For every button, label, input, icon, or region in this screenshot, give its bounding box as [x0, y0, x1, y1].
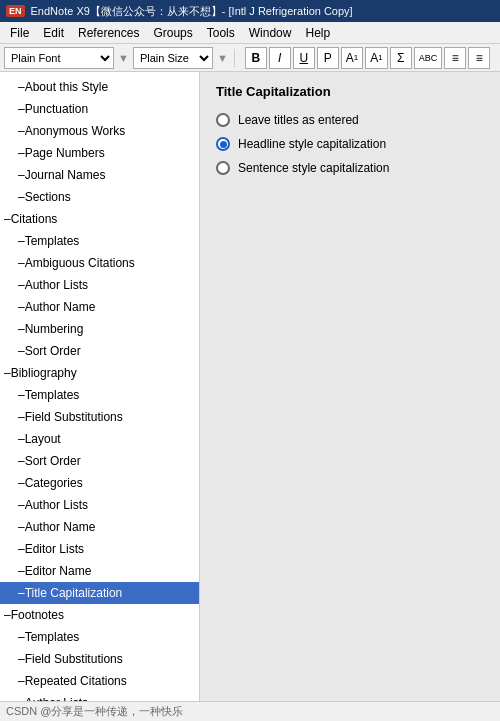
menu-bar: FileEditReferencesGroupsToolsWindowHelp — [0, 22, 500, 44]
menu-item-help[interactable]: Help — [299, 24, 336, 42]
subscript-button[interactable]: A1 — [365, 47, 387, 69]
tree-item-bibliography[interactable]: –Bibliography — [0, 362, 199, 384]
tree-item-punctuation[interactable]: –Punctuation — [0, 98, 199, 120]
format-buttons: B I U P A1 A1 Σ ABC ≡ ≡ — [245, 47, 490, 69]
tree-item-editor-lists[interactable]: –Editor Lists — [0, 538, 199, 560]
tree-item-about[interactable]: –About this Style — [0, 76, 199, 98]
tree-item-anonymous[interactable]: –Anonymous Works — [0, 120, 199, 142]
tree-item-journal-names[interactable]: –Journal Names — [0, 164, 199, 186]
tree-item-page-numbers[interactable]: –Page Numbers — [0, 142, 199, 164]
menu-item-window[interactable]: Window — [243, 24, 298, 42]
font-select[interactable]: Plain Font — [4, 47, 114, 69]
bold-button[interactable]: B — [245, 47, 267, 69]
tree-item-cit-author-lists[interactable]: –Author Lists — [0, 274, 199, 296]
radio-label-sentence: Sentence style capitalization — [238, 161, 389, 175]
menu-item-groups[interactable]: Groups — [147, 24, 198, 42]
radio-circle-sentence — [216, 161, 230, 175]
tree-item-field-subs[interactable]: –Field Substitutions — [0, 406, 199, 428]
window-title: EndNote X9【微信公众号：从来不想】- [Intl J Refriger… — [31, 4, 353, 19]
tree-item-fn-author-lists[interactable]: –Author Lists — [0, 692, 199, 701]
menu-item-references[interactable]: References — [72, 24, 145, 42]
italic-button[interactable]: I — [269, 47, 291, 69]
style-tree: –About this Style–Punctuation–Anonymous … — [0, 72, 200, 701]
tree-item-sections[interactable]: –Sections — [0, 186, 199, 208]
align-left-button[interactable]: ≡ — [444, 47, 466, 69]
tree-item-fn-templates[interactable]: –Templates — [0, 626, 199, 648]
main-content: –About this Style–Punctuation–Anonymous … — [0, 72, 500, 701]
toolbar: Plain Font ▼ Plain Size ▼ B I U P A1 A1 … — [0, 44, 500, 72]
small-caps-button[interactable]: ABC — [414, 47, 443, 69]
toolbar-separator — [234, 49, 235, 67]
tree-item-layout[interactable]: –Layout — [0, 428, 199, 450]
menu-item-edit[interactable]: Edit — [37, 24, 70, 42]
status-text: CSDN @分享是一种传递，一种快乐 — [6, 704, 183, 719]
radio-option-headline[interactable]: Headline style capitalization — [216, 137, 484, 151]
superscript-button[interactable]: A1 — [341, 47, 363, 69]
radio-circle-leave — [216, 113, 230, 127]
tree-item-editor-name[interactable]: –Editor Name — [0, 560, 199, 582]
tree-item-bib-author-lists[interactable]: –Author Lists — [0, 494, 199, 516]
tree-item-cit-sort-order[interactable]: –Sort Order — [0, 340, 199, 362]
size-select[interactable]: Plain Size — [133, 47, 213, 69]
tree-item-cit-templates[interactable]: –Templates — [0, 230, 199, 252]
panel-title: Title Capitalization — [216, 84, 484, 99]
tree-item-cit-author-name[interactable]: –Author Name — [0, 296, 199, 318]
settings-panel: Title Capitalization Leave titles as ent… — [200, 72, 500, 701]
radio-circle-headline — [216, 137, 230, 151]
status-bar: CSDN @分享是一种传递，一种快乐 — [0, 701, 500, 721]
menu-item-tools[interactable]: Tools — [201, 24, 241, 42]
tree-item-footnotes[interactable]: –Footnotes — [0, 604, 199, 626]
app-logo: EN — [6, 5, 25, 17]
align-right-button[interactable]: ≡ — [468, 47, 490, 69]
tree-item-repeated-cit[interactable]: –Repeated Citations — [0, 670, 199, 692]
tree-item-ambiguous[interactable]: –Ambiguous Citations — [0, 252, 199, 274]
capitalization-options: Leave titles as enteredHeadline style ca… — [216, 113, 484, 175]
tree-item-categories[interactable]: –Categories — [0, 472, 199, 494]
title-bar: EN EndNote X9【微信公众号：从来不想】- [Intl J Refri… — [0, 0, 500, 22]
radio-label-headline: Headline style capitalization — [238, 137, 386, 151]
tree-item-numbering[interactable]: –Numbering — [0, 318, 199, 340]
radio-option-leave[interactable]: Leave titles as entered — [216, 113, 484, 127]
tree-item-title-cap[interactable]: –Title Capitalization — [0, 582, 199, 604]
tree-item-bib-author-name[interactable]: –Author Name — [0, 516, 199, 538]
underline-button[interactable]: U — [293, 47, 315, 69]
radio-label-leave: Leave titles as entered — [238, 113, 359, 127]
radio-option-sentence[interactable]: Sentence style capitalization — [216, 161, 484, 175]
tree-item-bib-templates[interactable]: –Templates — [0, 384, 199, 406]
symbol-button[interactable]: Σ — [390, 47, 412, 69]
menu-item-file[interactable]: File — [4, 24, 35, 42]
tree-item-bib-sort-order[interactable]: –Sort Order — [0, 450, 199, 472]
plain-button[interactable]: P — [317, 47, 339, 69]
tree-item-fn-field-subs[interactable]: –Field Substitutions — [0, 648, 199, 670]
tree-item-citations[interactable]: –Citations — [0, 208, 199, 230]
